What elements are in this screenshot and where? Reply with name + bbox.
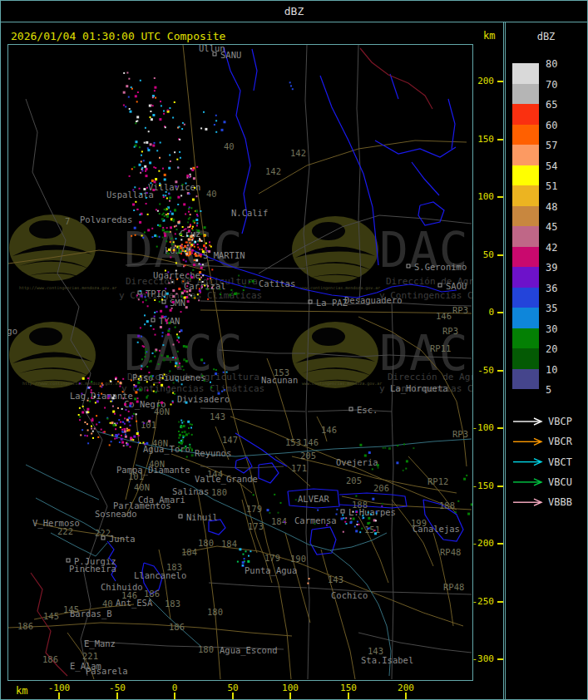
echo-pixel [162, 168, 164, 170]
echo-pixel [187, 221, 189, 223]
echo-pixel [170, 241, 171, 243]
vector-legend-item: VBBB [513, 496, 572, 508]
echo-pixel [166, 191, 167, 193]
road-label: RP48 [443, 582, 464, 592]
echo-pixel [146, 141, 148, 144]
echo-pixel [148, 131, 150, 132]
echo-pixel [199, 279, 200, 280]
echo-pixel [221, 391, 223, 392]
echo-pixel [189, 248, 190, 249]
road-label: 40 [224, 141, 235, 151]
dbz-scale-label: 60 [546, 120, 557, 131]
echo-pixel [176, 293, 178, 294]
echo-pixel [87, 377, 89, 379]
dbz-scale-label: 20 [546, 343, 557, 355]
echo-pixel [353, 511, 354, 513]
echo-pixel [179, 251, 181, 254]
echo-pixel [204, 226, 206, 229]
echo-pixel [172, 295, 175, 298]
echo-pixel [137, 91, 139, 93]
echo-pixel [146, 197, 147, 199]
x-axis-tick [405, 693, 407, 699]
road-label: 7 [65, 216, 70, 226]
echo-pixel [178, 437, 180, 439]
echo-pixel [200, 267, 203, 269]
echo-pixel [292, 88, 294, 90]
echo-pixel [163, 359, 166, 362]
echo-pixel [314, 523, 316, 525]
echo-pixel [122, 378, 124, 380]
place-label: Valle_Grande [195, 474, 258, 485]
echo-pixel [150, 143, 152, 145]
echo-pixel [155, 351, 156, 352]
echo-pixel [141, 336, 142, 338]
echo-pixel [86, 408, 89, 411]
echo-pixel [136, 401, 139, 403]
echo-pixel [209, 244, 210, 246]
dacc-logo-watermark [9, 214, 96, 281]
echo-pixel [243, 554, 245, 555]
echo-pixel [403, 443, 405, 445]
echo-pixel [123, 445, 125, 446]
echo-pixel [144, 356, 146, 357]
echo-pixel [170, 210, 171, 212]
echo-pixel [180, 245, 181, 247]
echo-pixel [139, 188, 141, 190]
echo-pixel [100, 386, 101, 387]
echo-pixel [186, 177, 188, 179]
echo-pixel [178, 446, 180, 447]
echo-pixel [175, 270, 177, 272]
echo-pixel [145, 348, 147, 351]
echo-pixel [195, 210, 198, 212]
echo-pixel [159, 157, 161, 159]
road-label: 183 [165, 599, 180, 609]
echo-pixel [189, 242, 190, 244]
dbz-swatch [512, 185, 539, 206]
echo-pixel [253, 494, 254, 495]
echo-pixel [191, 448, 193, 450]
radar-map: DACCDirección de Agriculturay Contingenc… [8, 45, 472, 680]
echo-pixel [463, 478, 466, 481]
echo-pixel [336, 509, 338, 510]
echo-pixel [140, 327, 141, 328]
echo-pixel [153, 391, 155, 392]
road-label: 144 [207, 469, 223, 479]
echo-pixel [201, 240, 203, 242]
dbz-swatch [512, 125, 539, 145]
echo-pixel [223, 372, 225, 373]
y-axis-unit: km [483, 30, 495, 42]
echo-pixel [82, 412, 84, 414]
echo-pixel [374, 530, 376, 531]
road-label: 146 [321, 425, 337, 435]
echo-pixel [110, 381, 111, 382]
echo-pixel [180, 311, 182, 313]
echo-pixel [159, 301, 161, 303]
echo-pixel [164, 316, 166, 318]
echo-pixel [151, 105, 152, 106]
echo-pixel [150, 182, 151, 184]
echo-pixel [160, 142, 161, 144]
dbz-swatch [512, 84, 539, 105]
watermark-url: http://www.contingencias.mendoza.gov.ar [22, 381, 120, 387]
echo-pixel [185, 228, 186, 229]
echo-pixel [124, 403, 126, 406]
map-viewport[interactable]: DACCDirección de Agriculturay Contingenc… [7, 44, 473, 681]
echo-pixel [142, 237, 144, 239]
echo-pixel [180, 195, 182, 196]
echo-pixel [185, 306, 188, 308]
echo-pixel [155, 167, 156, 169]
echo-pixel [191, 249, 194, 252]
echo-pixel [175, 209, 176, 210]
echo-pixel [197, 244, 199, 245]
road-label: 180 [198, 644, 214, 654]
place-label: Desaguadero [344, 295, 403, 305]
echo-pixel [189, 235, 190, 237]
place-label: SAOU [446, 281, 467, 291]
echo-pixel [137, 397, 139, 399]
y-axis-tick-label: 50 [469, 249, 494, 260]
echo-pixel [158, 405, 160, 407]
echo-pixel [152, 105, 154, 106]
echo-pixel [137, 382, 140, 384]
echo-pixel [87, 430, 89, 431]
echo-pixel [156, 311, 158, 313]
